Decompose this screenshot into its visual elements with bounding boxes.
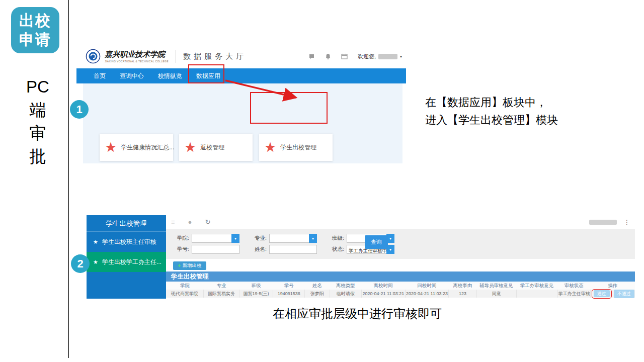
cell-leave-reason: 123 — [448, 290, 476, 298]
cell-office-opinion — [516, 290, 558, 298]
user-name-redacted — [378, 54, 397, 59]
bell-icon[interactable] — [325, 53, 331, 60]
cell-name: 张梦阳 — [304, 290, 330, 298]
slide: 出校 申请 PC 端 审 批 嘉兴职业技术学院 JIAXING VOCATION… — [0, 0, 644, 362]
section-label-char: 批 — [19, 145, 56, 168]
filter-label-class: 班级: — [328, 235, 344, 242]
step-1-badge: 1 — [70, 100, 89, 119]
chevron-down-icon[interactable]: ▾ — [231, 234, 239, 243]
nav-item-home[interactable]: 首页 — [87, 72, 113, 80]
step-1-note-line1: 在【数据应用】板块中， — [425, 94, 558, 111]
admin-main: ≡ ● ↻ ⋮ 学院: ▾ 专业: ▾ 班级: — [166, 215, 635, 299]
col-name: 姓名 — [305, 283, 330, 289]
gear-icon[interactable]: ● — [188, 218, 192, 226]
admin-screenshot: 学生出校管理 ★ 学生出校班主任审核 ★ 学生出校学工办主任... ≡ ● ↻ … — [87, 215, 635, 299]
filter-label-major: 专业: — [251, 235, 267, 242]
add-leave-label: 新增出校 — [182, 262, 201, 269]
message-icon[interactable] — [308, 53, 315, 60]
cell-major: 国际贸易实务 — [203, 290, 239, 298]
col-counselor-opinion: 辅导员审核意见 — [476, 283, 516, 289]
app-card-return-mgmt[interactable]: ★ 返校管理 — [179, 134, 253, 161]
user-menu[interactable]: 欢迎您, ▾ — [358, 53, 402, 60]
cell-actions: 通过 不通过 — [590, 290, 635, 298]
pass-button[interactable]: 通过 — [594, 290, 610, 297]
step-2-badge: 2 — [71, 254, 90, 273]
sidebar-item-class-teacher-review[interactable]: ★ 学生出校班主任审核 — [87, 232, 166, 252]
calendar-icon[interactable] — [341, 53, 348, 59]
table-row: 现代商贸学院 国际贸易实务 国贸19-5(三) 194091536 张梦阳 临时… — [166, 290, 635, 298]
col-leave-reason: 离校事由 — [449, 283, 476, 289]
college-logo: 嘉兴职业技术学院 JIAXING VOCATIONAL & TECHNICAL … — [86, 49, 169, 64]
college-name-en: JIAXING VOCATIONAL & TECHNICAL COLLEGE — [105, 60, 169, 63]
reject-button[interactable]: 不通过 — [614, 290, 634, 298]
user-name-redacted — [589, 220, 617, 225]
table-title-bar: 学生出校管理 — [166, 272, 635, 282]
admin-sidebar: 学生出校管理 ★ 学生出校班主任审核 ★ 学生出校学工办主任... — [87, 215, 166, 299]
vertical-divider — [68, 0, 69, 358]
table-header-row: 学院 专业 班级 学号 姓名 离校类型 离校时间 回校时间 离校事由 辅导员审核… — [166, 282, 635, 290]
cell-college: 现代商贸学院 — [166, 290, 203, 298]
app-card-leave-mgmt[interactable]: ★ 学生出校管理 — [259, 134, 333, 161]
query-button[interactable]: 查询 — [365, 235, 388, 249]
college-name: 嘉兴职业技术学院 — [105, 50, 169, 59]
section-label: PC 端 审 批 — [19, 75, 56, 168]
col-college: 学院 — [166, 283, 204, 289]
col-class: 班级 — [239, 283, 273, 289]
sidebar-item-office-director-review[interactable]: ★ 学生出校学工办主任... — [87, 252, 166, 272]
caret-down-icon: ▾ — [400, 54, 402, 59]
section-label-char: 审 — [19, 122, 56, 145]
plus-icon: + — [178, 263, 181, 268]
col-major: 专业 — [204, 283, 239, 289]
nav-item-query-center[interactable]: 查询中心 — [113, 72, 151, 80]
filter-label-name: 姓名: — [251, 246, 267, 253]
name-input[interactable] — [269, 245, 317, 254]
filter-label-student-id: 学号: — [173, 246, 189, 253]
app-card-label: 返校管理 — [200, 143, 224, 152]
section-label-char: 端 — [19, 99, 56, 122]
col-actions: 操作 — [590, 283, 635, 289]
refresh-icon[interactable]: ↻ — [205, 218, 210, 226]
star-icon: ★ — [93, 259, 98, 265]
cell-leave-time: 2020-04-21 11:03:21 — [361, 290, 405, 298]
col-return-time: 回校时间 — [405, 283, 449, 289]
list-icon[interactable]: ≡ — [171, 218, 175, 226]
star-icon: ★ — [264, 141, 276, 154]
cell-student-id: 194091536 — [273, 290, 304, 298]
col-office-opinion: 学工办审核意见 — [516, 283, 558, 289]
student-id-input[interactable] — [192, 245, 239, 254]
highlight-box-data-apps — [188, 64, 224, 83]
filter-panel: 学院: ▾ 专业: ▾ 班级: ▾ 学号: 姓名: — [166, 229, 635, 259]
college-select[interactable]: ▾ — [192, 234, 239, 243]
section-label-pc: PC — [19, 75, 56, 99]
sidebar-item-label: 学生出校班主任审核 — [102, 238, 156, 246]
sidebar-title: 学生出校管理 — [87, 215, 166, 232]
portal-header: 嘉兴职业技术学院 JIAXING VOCATIONAL & TECHNICAL … — [76, 44, 406, 68]
app-card-label: 学生出校管理 — [280, 143, 316, 152]
portal-title: 数据服务大厅 — [183, 52, 247, 61]
topic-badge: 出校 申请 — [11, 7, 59, 53]
add-leave-button[interactable]: + 新增出校 — [173, 261, 206, 270]
sidebar-item-label: 学生出校学工办主任... — [102, 258, 162, 266]
nav-item-school-overview[interactable]: 校情纵览 — [151, 72, 189, 80]
chevron-down-icon[interactable]: ▾ — [309, 234, 317, 243]
cell-review-status: 学工办主任审核 — [557, 290, 590, 298]
welcome-text: 欢迎您, — [358, 53, 376, 60]
kebab-menu-icon[interactable]: ⋮ — [624, 219, 630, 226]
step-2-note: 在相应审批层级中进行审核即可 — [211, 306, 503, 322]
col-student-id: 学号 — [273, 283, 305, 289]
topic-badge-line2: 申请 — [19, 30, 51, 49]
admin-toolbar: ≡ ● ↻ ⋮ — [166, 215, 635, 229]
cell-leave-type: 临时请假 — [330, 290, 361, 298]
highlight-box-pass-button: 通过 — [592, 289, 612, 299]
topic-badge-line1: 出校 — [19, 11, 51, 30]
red-arrow — [221, 76, 307, 104]
app-card-health-summary[interactable]: ★ 学生健康情况汇总... — [100, 134, 173, 161]
star-icon: ★ — [105, 141, 117, 154]
college-emblem-icon — [86, 49, 101, 64]
star-icon: ★ — [93, 239, 98, 245]
major-select[interactable]: ▾ — [269, 234, 317, 243]
cell-return-time: 2020-04-21 11:03:23 — [405, 290, 449, 298]
cell-counselor-opinion: 同意 — [476, 290, 516, 298]
star-icon: ★ — [184, 141, 196, 154]
step-1-note: 在【数据应用】板块中， 进入【学生出校管理】模块 — [425, 94, 558, 129]
